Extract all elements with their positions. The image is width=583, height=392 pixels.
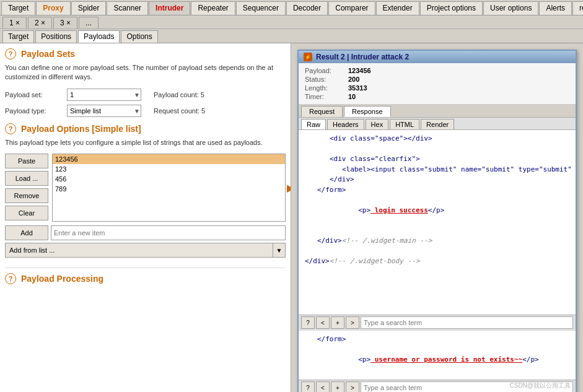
code-line: <div class="clearfix"> (305, 154, 569, 165)
add-item-input[interactable] (51, 225, 286, 240)
watermark: CSDN@我以公用工具 (510, 381, 571, 390)
code-line: </div><!-- /.widget-body --> (305, 256, 569, 267)
payload-processing-icon: ? (5, 273, 16, 284)
tab-recaptcha[interactable]: reCAPTCHA (572, 1, 583, 15)
left-panel: ? Payload Sets You can define one or mor… (0, 43, 291, 392)
status-value: 200 (348, 76, 569, 83)
tab-user-options[interactable]: User options (483, 1, 538, 15)
sub-tabs-row: Target Positions Payloads Options (0, 29, 583, 43)
list-item[interactable]: 123 (53, 164, 285, 174)
payload-options-icon: ? (5, 123, 16, 134)
payload-set-select[interactable]: 1 (67, 89, 141, 101)
attack-tab-1[interactable]: 1 × (2, 17, 27, 28)
payload-processing-title: Payload Processing (21, 274, 103, 284)
list-item[interactable]: 789 (53, 184, 285, 194)
view-tab-headers[interactable]: Headers (327, 119, 364, 129)
search-bar-1: ? < + > (299, 315, 576, 330)
payload-set-row: Payload set: 1 ▼ Payload count: 5 (5, 89, 286, 101)
timer-value: 10 (348, 93, 569, 100)
list-item[interactable]: 456 (53, 174, 285, 184)
tab-comparer[interactable]: Comparer (328, 1, 375, 15)
payload-list[interactable]: 123456 123 456 789 (52, 154, 286, 222)
add-from-list-row: Add from list ... ▼ (5, 243, 286, 258)
payload-type-row: Payload type: Simple list ▼ Request coun… (5, 105, 286, 117)
clear-button[interactable]: Clear (5, 206, 48, 220)
view-tab-html[interactable]: HTML (390, 119, 419, 129)
view-tab-render[interactable]: Render (421, 119, 454, 129)
search-prev-button-1[interactable]: < (316, 316, 330, 329)
view-tab-hex[interactable]: Hex (366, 119, 389, 129)
payload-buttons-group: Paste Load ... Remove Clear (5, 154, 48, 222)
add-from-list-button[interactable]: Add from list ... (5, 243, 273, 258)
response-tab[interactable]: Response (344, 106, 391, 117)
tab-proxy[interactable]: Proxy (36, 1, 70, 15)
request-tab[interactable]: Request (301, 106, 343, 117)
load-button[interactable]: Load ... (5, 171, 48, 186)
code-line (305, 375, 569, 380)
payload-value: 123456 (348, 67, 569, 74)
add-button[interactable]: Add (5, 225, 48, 240)
payload-options-section: ? Payload Options [Simple list] This pay… (5, 123, 286, 258)
tab-alerts[interactable]: Alerts (539, 1, 572, 15)
tab-intruder[interactable]: Intruder (149, 1, 190, 15)
payload-sets-header: ? Payload Sets (5, 48, 286, 59)
payload-processing-section: ? Payload Processing (5, 268, 286, 284)
tab-repeater[interactable]: Repeater (191, 1, 235, 15)
code-line (305, 144, 569, 155)
timer-label: Timer: (305, 93, 348, 100)
search-add-button-2[interactable]: + (331, 381, 344, 392)
payload-options-title: Payload Options [Simple list] (21, 124, 141, 134)
payload-processing-header: ? Payload Processing (5, 273, 286, 284)
search-help-button-1[interactable]: ? (301, 316, 315, 329)
tab-decoder[interactable]: Decoder (286, 1, 328, 15)
payload-options-header: ? Payload Options [Simple list] (5, 123, 286, 134)
remove-button[interactable]: Remove (5, 188, 48, 203)
search-next-button-1[interactable]: > (346, 316, 359, 329)
length-label: Length: (305, 84, 348, 92)
tab-spider[interactable]: Spider (71, 1, 107, 15)
search-input-1[interactable] (361, 316, 573, 329)
payload-list-area: Paste Load ... Remove Clear 123456 123 4… (5, 154, 286, 222)
length-value: 35313 (348, 84, 569, 92)
code-line: <label><input class="submit" name="submi… (305, 165, 569, 175)
attack-tab-more[interactable]: ... (79, 17, 99, 28)
paste-button[interactable]: Paste (5, 154, 48, 168)
result-window: ⚡ Result 2 | Intruder attack 2 Payload: … (297, 50, 577, 392)
add-from-list-arrow-icon[interactable]: ▼ (273, 243, 286, 258)
code-line: <div class="space"></div> (305, 134, 569, 144)
search-help-button-2[interactable]: ? (301, 381, 315, 392)
attack-tab-2[interactable]: 2 × (28, 17, 52, 28)
main-container: ? Payload Sets You can define one or mor… (0, 43, 583, 392)
search-prev-button-2[interactable]: < (316, 381, 330, 392)
tab-project-options[interactable]: Project options (420, 1, 483, 15)
result-title-icon: ⚡ (304, 53, 312, 61)
payload-count-info: Payload count: 5 (154, 91, 204, 98)
tab-target[interactable]: Target (1, 1, 35, 15)
tab-sequencer[interactable]: Sequencer (236, 1, 286, 15)
code-area-main: <div class="space"></div> <div class="cl… (299, 130, 576, 315)
sub-tab-options[interactable]: Options (121, 30, 157, 43)
list-item[interactable]: 123456 (53, 154, 285, 164)
sub-tab-target[interactable]: Target (2, 30, 34, 43)
attack-tab-3[interactable]: 3 × (53, 17, 77, 28)
search-next-button-2[interactable]: > (346, 381, 359, 392)
req-resp-tabs: Request Response (299, 105, 576, 118)
payload-list-container: 123456 123 456 789 ▶ (52, 154, 286, 222)
tab-scanner[interactable]: Scanner (107, 1, 148, 15)
result-title: Result 2 | Intruder attack 2 (316, 53, 409, 61)
payload-sets-desc: You can define one or more payload sets.… (5, 63, 286, 82)
view-tab-raw[interactable]: Raw (301, 119, 326, 129)
list-scroll-arrow-icon: ▶ (287, 182, 291, 194)
code-line-login-success: <p> login success</p> (305, 195, 569, 226)
payload-type-select[interactable]: Simple list (67, 105, 141, 117)
sub-tab-payloads[interactable]: Payloads (78, 30, 120, 43)
sub-tab-positions[interactable]: Positions (35, 30, 77, 43)
tab-extender[interactable]: Extender (376, 1, 419, 15)
payload-type-label: Payload type: (5, 107, 67, 115)
payload-sets-title: Payload Sets (21, 49, 75, 59)
code-line (305, 246, 569, 257)
code-line-username-error: <p> username or password is not exists~~… (305, 345, 569, 376)
payload-sets-icon: ? (5, 48, 16, 59)
search-add-button-1[interactable]: + (331, 316, 344, 329)
add-row: Add (5, 225, 286, 240)
